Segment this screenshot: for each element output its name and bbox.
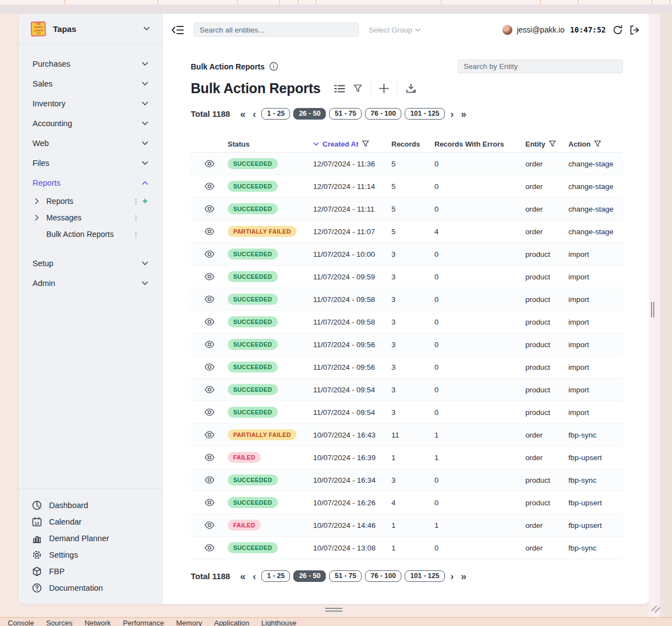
table-row[interactable]: SUCCEEDED11/07/2024 - 09:5430productimpo… <box>191 401 623 424</box>
page-button-101-125[interactable]: 101 - 125 <box>405 108 445 120</box>
table-row[interactable]: SUCCEEDED10/07/2024 - 16:2640productfbp-… <box>191 492 623 514</box>
page-button-26-50[interactable]: 26 - 50 <box>293 108 326 120</box>
sidebar-item-documentation[interactable]: Documentation <box>19 580 162 596</box>
sidebar-item-accounting[interactable]: Accounting <box>19 114 162 133</box>
devtools-tab-sources[interactable]: Sources <box>46 619 73 626</box>
kebab-menu-icon[interactable]: ⋮ <box>132 197 139 206</box>
view-report-icon[interactable] <box>205 205 214 213</box>
table-row[interactable]: SUCCEEDED11/07/2024 - 09:5830productimpo… <box>191 288 623 311</box>
table-row[interactable]: SUCCEEDED10/07/2024 - 16:3430productfbp-… <box>191 469 623 492</box>
page-button-1-25[interactable]: 1 - 25 <box>261 570 290 582</box>
sidebar-item-settings[interactable]: Settings <box>19 547 162 563</box>
view-report-icon[interactable] <box>205 499 214 506</box>
sidebar-subitem-reports[interactable]: Reports⋮+ <box>19 193 162 209</box>
corner-resize-handle[interactable] <box>651 603 662 613</box>
table-row[interactable]: PARTIALLY FAILED12/07/2024 - 11:0754orde… <box>191 220 623 243</box>
workspace-switcher[interactable]: THE TAPAS LUNCH CO Tapas <box>19 14 162 44</box>
prev-page-icon[interactable]: ‹ <box>251 571 257 581</box>
page-button-51-75[interactable]: 51 - 75 <box>329 570 362 582</box>
column-entity[interactable]: Entity <box>525 140 568 148</box>
filter-icon[interactable] <box>362 140 369 148</box>
page-button-76-100[interactable]: 76 - 100 <box>365 108 401 120</box>
view-report-icon[interactable] <box>205 544 214 552</box>
last-page-icon[interactable]: » <box>459 571 468 581</box>
filter-icon[interactable] <box>594 140 601 148</box>
search-input[interactable] <box>193 23 359 37</box>
sidebar-item-sales[interactable]: Sales <box>19 74 162 94</box>
table-row[interactable]: SUCCEEDED12/07/2024 - 11:3650orderchange… <box>191 153 623 175</box>
sidebar-item-calendar[interactable]: 12Calendar <box>19 514 162 530</box>
sidebar-item-purchases[interactable]: Purchases <box>19 54 162 74</box>
first-page-icon[interactable]: « <box>238 109 247 119</box>
filter-icon[interactable] <box>549 140 556 148</box>
column-created-at[interactable]: Created At <box>313 140 391 148</box>
page-button-1-25[interactable]: 1 - 25 <box>261 108 290 120</box>
table-row[interactable]: FAILED10/07/2024 - 14:4611orderfbp-upser… <box>191 514 623 537</box>
view-report-icon[interactable] <box>205 318 214 326</box>
next-page-icon[interactable]: › <box>449 571 455 581</box>
table-row[interactable]: SUCCEEDED11/07/2024 - 09:5930productimpo… <box>191 266 623 288</box>
list-view-icon[interactable] <box>334 84 345 93</box>
view-report-icon[interactable] <box>205 454 214 461</box>
add-icon[interactable] <box>379 83 389 94</box>
view-report-icon[interactable] <box>205 160 214 168</box>
table-row[interactable]: SUCCEEDED11/07/2024 - 09:5430productimpo… <box>191 379 623 401</box>
devtools-tab-network[interactable]: Network <box>84 619 111 626</box>
view-report-icon[interactable] <box>205 182 214 190</box>
sidebar-item-reports[interactable]: Reports <box>19 173 162 193</box>
sidebar-item-setup[interactable]: Setup <box>19 253 162 273</box>
page-button-101-125[interactable]: 101 - 125 <box>405 570 445 582</box>
devtools-tab-performance[interactable]: Performance <box>123 619 164 626</box>
refresh-icon[interactable] <box>612 25 623 35</box>
view-report-icon[interactable] <box>205 228 214 235</box>
column-records-with-errors[interactable]: Records With Errors <box>434 140 525 148</box>
prev-page-icon[interactable]: ‹ <box>251 109 257 119</box>
sidebar-subitem-messages[interactable]: Messages⋮ <box>19 209 162 226</box>
first-page-icon[interactable]: « <box>238 571 247 581</box>
vertical-resize-handle[interactable] <box>651 302 654 317</box>
table-row[interactable]: SUCCEEDED11/07/2024 - 09:5630productimpo… <box>191 356 623 379</box>
table-row[interactable]: SUCCEEDED10/07/2024 - 13:0810orderfbp-sy… <box>191 537 623 559</box>
view-report-icon[interactable] <box>205 363 214 371</box>
page-button-51-75[interactable]: 51 - 75 <box>329 108 362 120</box>
column-action[interactable]: Action <box>568 140 623 148</box>
table-row[interactable]: FAILED10/07/2024 - 16:3911orderfbp-upser… <box>191 446 623 469</box>
page-button-26-50[interactable]: 26 - 50 <box>293 570 326 582</box>
sidebar-item-dashboard[interactable]: Dashboard <box>19 497 162 514</box>
add-report-icon[interactable]: + <box>142 196 148 206</box>
view-report-icon[interactable] <box>205 386 214 393</box>
view-report-icon[interactable] <box>205 341 214 348</box>
view-report-icon[interactable] <box>205 295 214 303</box>
sidebar-subitem-bulk-action-reports[interactable]: Bulk Action Reports⋮ <box>19 226 162 242</box>
sidebar-item-inventory[interactable]: Inventory <box>19 94 162 114</box>
column-status[interactable]: Status <box>228 140 313 148</box>
view-report-icon[interactable] <box>205 431 214 439</box>
view-report-icon[interactable] <box>205 250 214 258</box>
table-row[interactable]: SUCCEEDED11/07/2024 - 09:5630productimpo… <box>191 333 623 356</box>
entity-search-input[interactable] <box>458 60 623 73</box>
sidebar-item-fbp[interactable]: FBP <box>19 563 162 580</box>
kebab-menu-icon[interactable]: ⋮ <box>132 214 139 222</box>
next-page-icon[interactable]: › <box>449 109 455 119</box>
sidebar-item-files[interactable]: Files <box>19 153 162 173</box>
devtools-tab-application[interactable]: Application <box>214 619 249 626</box>
view-report-icon[interactable] <box>205 273 214 280</box>
sidebar-item-web[interactable]: Web <box>19 133 162 153</box>
view-report-icon[interactable] <box>205 476 214 484</box>
view-report-icon[interactable] <box>205 408 214 416</box>
devtools-tab-console[interactable]: Console <box>8 619 34 626</box>
devtools-tab-lighthouse[interactable]: Lighthouse <box>261 619 297 626</box>
collapse-sidebar-icon[interactable] <box>171 25 184 35</box>
view-report-icon[interactable] <box>205 521 214 529</box>
horizontal-resize-handle[interactable] <box>325 608 342 612</box>
avatar[interactable] <box>502 25 513 35</box>
logout-icon[interactable] <box>630 25 640 35</box>
table-row[interactable]: PARTIALLY FAILED10/07/2024 - 16:43111ord… <box>191 424 623 446</box>
page-button-76-100[interactable]: 76 - 100 <box>365 570 401 582</box>
download-icon[interactable] <box>405 83 417 94</box>
devtools-tab-memory[interactable]: Memory <box>176 619 202 626</box>
table-row[interactable]: SUCCEEDED12/07/2024 - 11:1150orderchange… <box>191 198 623 220</box>
kebab-menu-icon[interactable]: ⋮ <box>132 230 139 239</box>
sidebar-item-admin[interactable]: Admin <box>19 273 162 293</box>
group-selector[interactable]: Select Group <box>369 26 421 34</box>
